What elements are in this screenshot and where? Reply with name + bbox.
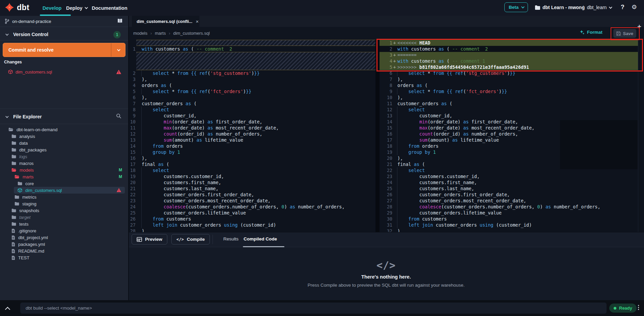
file-explorer-header[interactable]: File Explorer	[0, 111, 128, 123]
code-line-11[interactable]: 11customer_orders as (	[380, 100, 638, 107]
code-line-9[interactable]: 9 select * from {{ ref('fct_orders')}}	[380, 88, 638, 94]
code-line-17[interactable]: 17final as (	[128, 161, 375, 167]
branch-bar[interactable]: on-demand-practice	[0, 16, 128, 27]
help-icon[interactable]: ?	[621, 4, 624, 11]
code-line-14[interactable]: 14 from orders	[128, 143, 375, 149]
compile-button[interactable]: </> Compile	[171, 234, 210, 245]
tree-item-README.md[interactable]: README.md	[0, 248, 128, 254]
code-line-11[interactable]: 11 max(order_date) as most_recent_order_…	[128, 125, 375, 131]
code-line-19[interactable]: 19 customers.customer_id,	[128, 173, 375, 179]
tree-item-analysis[interactable]: analysis	[0, 133, 128, 140]
code-line-6[interactable]: 6 select * from {{ ref('stg_customers')}…	[380, 70, 638, 76]
code-line-26[interactable]: 26 customer_orders.first_order_date,	[380, 192, 638, 198]
format-button[interactable]: Format	[580, 30, 603, 35]
nav-item-deploy[interactable]: Deploy	[66, 0, 87, 16]
code-line-3[interactable]: 3+=======	[380, 52, 638, 58]
tree-item-data[interactable]: data	[0, 140, 128, 146]
code-line-13[interactable]: 13 customer_id,	[380, 113, 638, 119]
gear-icon[interactable]: ⚙	[632, 3, 637, 11]
code-line-1[interactable]: 1+<<<<<<< HEAD	[380, 40, 638, 46]
code-line-20[interactable]: 20 customers.first_name,	[128, 179, 375, 185]
commit-and-resolve-button[interactable]: Commit and resolve	[3, 43, 125, 57]
tree-item-dbt-learn-on-demand[interactable]: dbt-learn-on-demand	[0, 126, 128, 133]
code-line-17[interactable]: 17 sum(amount) as lifetime_value	[380, 137, 638, 143]
code-line-27[interactable]: 27 left join customer_orders using (cust…	[128, 222, 375, 228]
code-line-15[interactable]: 15 max(order_date) as most_recent_order_…	[380, 125, 638, 131]
code-line-30[interactable]: 30 from customers	[380, 216, 638, 222]
code-line-5[interactable]: 5 select * from {{ ref('fct_orders')}}	[128, 88, 375, 94]
code-line-23[interactable]: 23 customer_orders.most_recent_order_dat…	[128, 198, 375, 204]
tree-item-tests[interactable]: tests	[0, 221, 128, 227]
code-line-29[interactable]: 29 customer_orders.lifetime_value	[380, 210, 638, 216]
code-line-2[interactable]: 2with customers as ( -- comment 2	[380, 46, 638, 52]
new-tab-plus-icon[interactable]: +	[637, 23, 641, 30]
code-line-5[interactable]: 5+>>>>>>> b81f802a66fd544504c65721e3ffaa…	[380, 64, 638, 70]
save-button[interactable]: Save	[613, 29, 636, 38]
code-line-7[interactable]: 7),	[380, 76, 638, 82]
code-line-13[interactable]: 13 sum(amount) as lifetime_value	[128, 137, 375, 143]
code-line-4[interactable]: 4+with customers as ( -- comment 1	[380, 58, 638, 64]
code-line-27[interactable]: 27 customer_orders.most_recent_order_dat…	[380, 198, 638, 204]
code-line-24[interactable]: 24 customers.first_name,	[380, 179, 638, 185]
dbt-logo[interactable]: dbt	[5, 3, 29, 12]
code-line-22[interactable]: 22 customer_orders.first_order_date,	[128, 192, 375, 198]
preview-button[interactable]: Preview	[132, 234, 167, 245]
tree-item-snapshots[interactable]: snapshots	[0, 207, 128, 214]
tree-item-marts[interactable]: martsM	[0, 173, 128, 180]
chevron-up-icon[interactable]	[6, 306, 10, 310]
code-line-16[interactable]: 16),	[128, 155, 375, 161]
tab-compiled-code[interactable]: Compiled Code	[244, 236, 277, 241]
tree-item-packages.yml[interactable]: packages.yml	[0, 241, 128, 248]
left-editor-pane[interactable]: 1with customers as ( -- comment 22 selec…	[128, 40, 375, 232]
code-line-26[interactable]: 26 from customers	[128, 216, 375, 222]
breadcrumb-file[interactable]: dim_customers.sql	[173, 31, 209, 36]
search-icon[interactable]	[116, 113, 121, 119]
tree-item-dbt_project.yml[interactable]: dbt_project.yml	[0, 234, 128, 241]
code-line-10[interactable]: 10),	[380, 94, 638, 100]
right-diff-pane[interactable]: 1+<<<<<<< HEAD2with customers as ( -- co…	[380, 40, 638, 232]
code-line-31[interactable]: 31 left join customer_orders using (cust…	[380, 222, 638, 228]
code-line-22[interactable]: 22 select	[380, 167, 638, 173]
code-line-12[interactable]: 12 select	[380, 107, 638, 113]
code-line-9[interactable]: 9 customer_id,	[128, 113, 375, 119]
version-control-header[interactable]: Version Control	[0, 28, 128, 40]
tree-item-dbt_packages[interactable]: dbt_packages	[0, 146, 128, 153]
project-name[interactable]: dbt Learn - mwong	[542, 5, 585, 10]
code-line-8[interactable]: 8orders as (	[380, 82, 638, 88]
tree-item-staging[interactable]: staging	[0, 200, 128, 207]
docs-book-icon[interactable]	[117, 19, 123, 23]
tree-item-dim_customers.sql[interactable]: dim_customers.sql	[14, 187, 125, 194]
code-line-12[interactable]: 12 count(order_id) as number_of_orders,	[128, 131, 375, 137]
changed-file-row[interactable]: dim_customers.sql	[3, 67, 125, 76]
breadcrumb-models[interactable]: models	[133, 31, 147, 36]
code-line-3[interactable]: 3),	[128, 76, 375, 82]
environment-switcher[interactable]: dbt_learn	[587, 5, 611, 10]
tree-item-.gitignore[interactable]: .gitignore	[0, 227, 128, 234]
code-line-23[interactable]: 23 customers.customer_id,	[380, 173, 638, 179]
command-input[interactable]	[20, 303, 607, 314]
nav-item-documentation[interactable]: Documentation	[92, 0, 128, 16]
code-line-8[interactable]: 8 select	[128, 107, 375, 113]
tree-item-TEST[interactable]: TEST	[0, 254, 128, 261]
tree-item-logs[interactable]: logs	[0, 153, 128, 160]
code-line-16[interactable]: 16 count(order_id) as number_of_orders,	[380, 131, 638, 137]
code-line-21[interactable]: 21 customers.last_name,	[128, 185, 375, 192]
close-icon[interactable]: ×	[196, 19, 199, 24]
tree-item-models[interactable]: modelsM	[0, 167, 128, 173]
scrollbar-gutter[interactable]	[638, 40, 644, 232]
tab-results[interactable]: Results	[223, 236, 239, 241]
code-line-25[interactable]: 25 customer_orders.lifetime_value	[128, 210, 375, 216]
code-line-21[interactable]: 21final as (	[380, 161, 638, 167]
code-line-10[interactable]: 10 min(order_date) as first_order_date,	[128, 119, 375, 125]
code-line-28[interactable]: 28)	[128, 228, 375, 232]
breadcrumb-marts[interactable]: marts	[155, 31, 166, 36]
tree-item-target[interactable]: target	[0, 214, 128, 221]
code-line-4[interactable]: 4orders as (	[128, 82, 375, 88]
tree-item-metrics[interactable]: metrics	[0, 194, 128, 200]
code-line-32[interactable]: 32)	[380, 228, 638, 232]
code-line-24[interactable]: 24 coalesce(customer_orders.number_of_or…	[128, 204, 375, 210]
code-line-20[interactable]: 20),	[380, 155, 638, 161]
nav-item-develop[interactable]: Develop	[43, 0, 61, 16]
code-line-15[interactable]: 15 group by 1	[128, 149, 375, 155]
code-line-6[interactable]: 6),	[128, 94, 375, 100]
